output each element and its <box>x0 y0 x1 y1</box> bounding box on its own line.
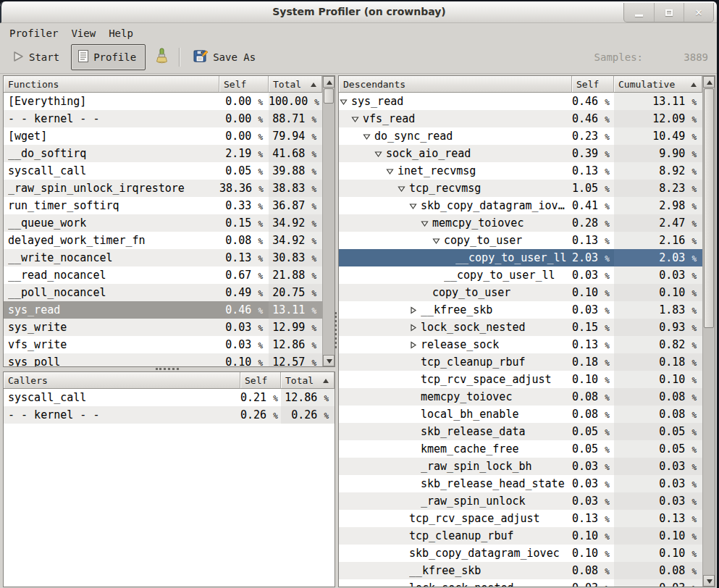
maximize-icon <box>665 9 673 16</box>
table-row[interactable]: copy_to_user0.13 %2.16 % <box>339 232 702 249</box>
cell-total: 0.08 % <box>614 562 702 579</box>
column-header-total[interactable]: Total <box>281 372 335 389</box>
table-row[interactable]: [Everything]0.00 %100.00 % <box>4 93 322 110</box>
table-row[interactable]: [wget]0.00 %79.94 % <box>4 127 322 145</box>
table-row[interactable]: skb_copy_datagram_iovec0.10 %0.10 % <box>339 545 702 562</box>
play-icon <box>12 50 25 65</box>
column-header-cumulative[interactable]: Cumulative <box>614 76 702 93</box>
cell-self: 0.10 % <box>572 284 614 301</box>
expander-open-icon[interactable] <box>409 202 421 210</box>
scrollbar-thumb[interactable] <box>324 88 334 104</box>
table-row[interactable]: memcpy_toiovec0.28 %2.47 % <box>339 214 702 232</box>
table-row[interactable]: delayed_work_timer_fn0.08 %34.92 % <box>4 232 322 249</box>
expander-open-icon[interactable] <box>432 237 444 245</box>
table-row[interactable]: tcp_recvmsg1.05 %8.23 % <box>339 180 702 197</box>
table-row[interactable]: skb_release_data0.05 %0.05 % <box>339 423 702 440</box>
table-row[interactable]: local_bh_enable0.08 %0.08 % <box>339 406 702 423</box>
menu-item-help[interactable]: Help <box>102 25 140 42</box>
expander-closed-icon[interactable] <box>409 341 421 349</box>
profile-toggle-button[interactable]: Profile <box>71 44 146 70</box>
expander-open-icon[interactable] <box>340 98 351 106</box>
table-row[interactable]: lock_sock_nested0.03 %0.03 % <box>339 579 702 587</box>
expander-open-icon[interactable] <box>351 115 363 123</box>
expander-open-icon[interactable] <box>398 185 409 193</box>
table-row[interactable]: _raw_spin_unlock_irqrestore38.36 %38.83 … <box>4 180 322 197</box>
cell-self: 0.13 % <box>572 510 614 527</box>
scroll-up-button[interactable] <box>323 76 335 88</box>
descendants-header: DescendantsSelfCumulative <box>339 76 702 93</box>
table-row[interactable]: - - kernel - -0.26 %0.26 % <box>4 406 335 424</box>
table-row[interactable]: tcp_rcv_space_adjust0.10 %0.10 % <box>339 371 702 388</box>
table-row[interactable]: __copy_to_user_ll0.03 %0.03 % <box>339 266 702 284</box>
table-row[interactable]: __write_nocancel0.13 %30.83 % <box>4 249 322 266</box>
menu-item-profiler[interactable]: Profiler <box>3 25 64 42</box>
table-row[interactable]: _raw_spin_lock_bh0.03 %0.03 % <box>339 458 702 475</box>
expander-open-icon[interactable] <box>421 219 432 227</box>
expander-open-icon[interactable] <box>363 133 374 140</box>
table-row[interactable]: sys_write0.03 %12.99 % <box>4 319 322 336</box>
table-row[interactable]: __read_nocancel0.67 %21.88 % <box>4 266 322 284</box>
table-row[interactable]: _raw_spin_unlock0.03 %0.03 % <box>339 492 702 510</box>
table-row[interactable]: sock_aio_read0.39 %9.90 % <box>339 145 702 162</box>
column-header-self[interactable]: Self <box>572 76 614 93</box>
titlebar[interactable]: System Profiler (on crownbay) ✕ <box>0 1 717 23</box>
vertical-pane-handle[interactable] <box>335 312 337 348</box>
table-row[interactable]: kmem_cache_free0.05 %0.05 % <box>339 440 702 458</box>
functions-scrollbar[interactable] <box>322 76 335 366</box>
column-header-callers[interactable]: Callers <box>4 372 240 389</box>
scroll-down-button[interactable] <box>703 575 715 587</box>
scroll-down-button[interactable] <box>323 355 335 366</box>
scrollbar-thumb[interactable] <box>704 88 714 328</box>
table-row[interactable]: vfs_write0.03 %12.86 % <box>4 336 322 353</box>
table-row[interactable]: syscall_call0.05 %39.88 % <box>4 162 322 180</box>
table-row[interactable]: release_sock0.13 %0.82 % <box>339 336 702 353</box>
table-row[interactable]: sys_read0.46 %13.11 % <box>4 301 322 319</box>
scroll-up-button[interactable] <box>703 76 715 88</box>
cell-function-name: sys_read <box>339 93 572 110</box>
column-header-functions[interactable]: Functions <box>4 76 219 93</box>
expander-closed-icon[interactable] <box>409 306 421 314</box>
start-button[interactable]: Start <box>6 46 65 69</box>
descendants-scrollbar[interactable] <box>702 76 715 587</box>
table-row[interactable]: - - kernel - -0.00 %88.71 % <box>4 110 322 127</box>
column-header-self[interactable]: Self <box>219 76 269 93</box>
table-row[interactable]: skb_copy_datagram_iov…0.41 %2.98 % <box>339 197 702 214</box>
table-row[interactable]: tcp_rcv_space_adjust0.13 %0.13 % <box>339 510 702 527</box>
maximize-button[interactable] <box>654 3 684 22</box>
cell-self: 0.41 % <box>572 197 614 214</box>
table-row[interactable]: tcp_cleanup_rbuf0.10 %0.10 % <box>339 527 702 545</box>
table-row[interactable]: run_timer_softirq0.33 %36.87 % <box>4 197 322 214</box>
save-as-button[interactable]: Save As <box>188 45 261 70</box>
table-row[interactable]: skb_release_head_state0.03 %0.03 % <box>339 475 702 492</box>
expander-closed-icon[interactable] <box>409 324 421 332</box>
table-row[interactable]: __copy_to_user_ll2.03 %2.03 % <box>339 249 702 266</box>
minimize-button[interactable] <box>624 3 654 22</box>
table-row[interactable]: __do_softirq2.19 %41.68 % <box>4 145 322 162</box>
table-row[interactable]: do_sync_read0.23 %10.49 % <box>339 127 702 145</box>
close-button[interactable]: ✕ <box>684 3 713 22</box>
column-header-self[interactable]: Self <box>240 372 281 389</box>
horizontal-pane-handle[interactable] <box>156 368 179 370</box>
expander-open-icon[interactable] <box>374 150 386 158</box>
samples-label: Samples: <box>594 51 643 63</box>
table-row[interactable]: memcpy_toiovec0.08 %0.08 % <box>339 388 702 406</box>
table-row[interactable]: tcp_cleanup_rbuf0.18 %0.18 % <box>339 353 702 371</box>
cell-function-name: tcp_cleanup_rbuf <box>339 527 572 545</box>
cell-function-name: _raw_spin_unlock <box>339 492 572 510</box>
table-row[interactable]: __kfree_skb0.03 %1.83 % <box>339 301 702 319</box>
table-row[interactable]: lock_sock_nested0.15 %0.93 % <box>339 319 702 336</box>
table-row[interactable]: syscall_call0.21 %12.86 % <box>4 389 335 406</box>
menu-item-view[interactable]: View <box>64 25 102 42</box>
column-header-total[interactable]: Total <box>269 76 322 93</box>
column-header-descendants[interactable]: Descendants <box>339 76 572 93</box>
table-row[interactable]: __kfree_skb0.08 %0.08 % <box>339 562 702 579</box>
brush-button[interactable] <box>150 44 173 70</box>
table-row[interactable]: copy_to_user0.10 %0.10 % <box>339 284 702 301</box>
table-row[interactable]: sys_read0.46 %13.11 % <box>339 93 702 110</box>
expander-open-icon[interactable] <box>386 167 398 175</box>
table-row[interactable]: vfs_read0.46 %12.09 % <box>339 110 702 127</box>
table-row[interactable]: inet_recvmsg0.13 %8.92 % <box>339 162 702 180</box>
table-row[interactable]: __poll_nocancel0.49 %20.75 % <box>4 284 322 301</box>
table-row[interactable]: __queue_work0.15 %34.92 % <box>4 214 322 232</box>
table-row[interactable]: sys_poll0.10 %12.57 % <box>4 353 322 366</box>
